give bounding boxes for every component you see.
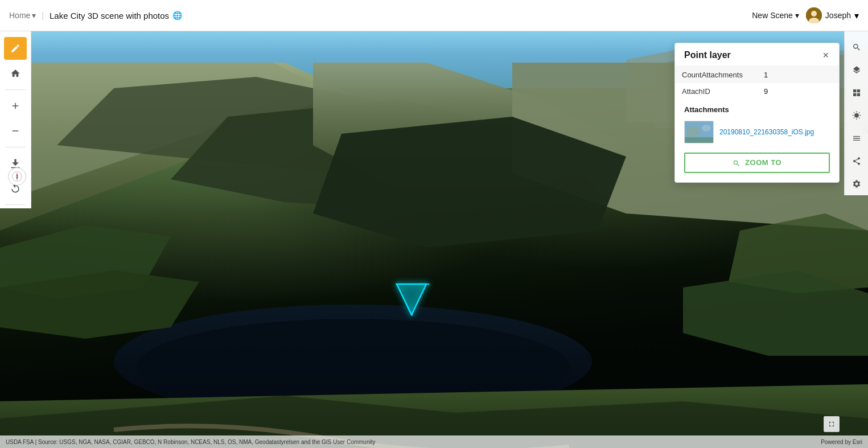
home-icon bbox=[10, 68, 20, 79]
field-value-2: 9 bbox=[757, 83, 839, 100]
popup-attributes-table: CountAttachments 1 AttachID 9 bbox=[675, 67, 839, 100]
svg-point-28 bbox=[702, 125, 711, 131]
attachment-row: 20190810_221630358_iOS.jpg bbox=[675, 117, 839, 150]
right-toolbar bbox=[844, 31, 868, 195]
zoom-to-label: ZOOM TO bbox=[745, 158, 781, 167]
table-row: CountAttachments 1 bbox=[675, 67, 839, 83]
svg-marker-24 bbox=[16, 176, 18, 180]
elevation-button[interactable] bbox=[847, 129, 866, 148]
compass-icon bbox=[11, 171, 23, 182]
thumbnail-image bbox=[685, 121, 714, 143]
toolbar-divider-3 bbox=[5, 204, 26, 205]
toolbar-divider-1 bbox=[5, 89, 26, 90]
user-chevron: ▾ bbox=[854, 10, 859, 21]
fullscreen-button[interactable] bbox=[824, 416, 840, 432]
user-menu[interactable]: Joseph ▾ bbox=[806, 7, 859, 23]
header-separator: | bbox=[42, 11, 44, 20]
home-chevron: ▾ bbox=[32, 11, 36, 20]
zoom-icon bbox=[733, 159, 741, 167]
new-scene-label: New Scene bbox=[752, 11, 793, 20]
field-value-1: 1 bbox=[757, 67, 839, 83]
search-button[interactable] bbox=[847, 38, 866, 57]
home-link[interactable]: Home ▾ bbox=[9, 11, 36, 20]
table-row: AttachID 9 bbox=[675, 83, 839, 100]
marker-svg bbox=[396, 282, 427, 316]
popup-title: Point layer bbox=[684, 50, 731, 60]
attribution-text-right: Powered by Esri bbox=[821, 439, 862, 445]
search-icon bbox=[852, 43, 861, 52]
header: Home ▾ | Lake City 3D scene with photos … bbox=[0, 0, 868, 31]
avatar bbox=[806, 7, 822, 23]
home-label: Home bbox=[9, 11, 30, 20]
popup-close-button[interactable]: × bbox=[821, 50, 830, 60]
zoom-out-button[interactable] bbox=[4, 120, 27, 142]
new-scene-chevron: ▾ bbox=[795, 11, 799, 20]
svg-point-1 bbox=[811, 11, 817, 17]
layers-button[interactable] bbox=[847, 60, 866, 80]
attachments-section-label: Attachments bbox=[675, 100, 839, 117]
share-icon bbox=[852, 157, 861, 166]
daylight-icon bbox=[852, 111, 861, 120]
attribution-bar: USDA FSA | Source: USGS, NGA, NASA, CGIA… bbox=[0, 435, 868, 448]
zoom-to-button[interactable]: ZOOM TO bbox=[684, 153, 830, 173]
zoom-in-icon bbox=[10, 101, 20, 111]
svg-rect-27 bbox=[685, 137, 714, 143]
layers-icon bbox=[852, 65, 861, 75]
new-scene-button[interactable]: New Scene ▾ bbox=[752, 11, 799, 20]
scene-title-text: Lake City 3D scene with photos bbox=[50, 11, 169, 20]
username-label: Joseph bbox=[825, 11, 851, 20]
elevation-icon bbox=[852, 134, 861, 143]
daylight-button[interactable] bbox=[847, 106, 866, 125]
toolbar-divider-2 bbox=[5, 147, 26, 147]
draw-pencil-button[interactable] bbox=[4, 37, 27, 60]
fullscreen-icon bbox=[828, 420, 836, 428]
svg-point-26 bbox=[686, 126, 700, 137]
point-layer-popup: Point layer × CountAttachments 1 AttachI… bbox=[674, 43, 840, 183]
share-button[interactable] bbox=[847, 151, 866, 171]
svg-marker-21 bbox=[397, 284, 426, 315]
header-right: New Scene ▾ Joseph ▾ bbox=[752, 7, 859, 23]
settings-button[interactable] bbox=[847, 174, 866, 194]
globe-icon: 🌐 bbox=[172, 11, 182, 20]
attachment-filename[interactable]: 20190810_221630358_iOS.jpg bbox=[719, 128, 814, 136]
attribution-text-left: USDA FSA | Source: USGS, NGA, NASA, CGIA… bbox=[6, 439, 376, 445]
field-key-1: CountAttachments bbox=[675, 67, 757, 83]
popup-header: Point layer × bbox=[675, 43, 839, 67]
avatar-image bbox=[806, 7, 822, 23]
home-view-button[interactable] bbox=[4, 62, 27, 85]
attachment-thumbnail bbox=[684, 121, 714, 143]
zoom-out-icon bbox=[10, 126, 20, 136]
scene-title: Lake City 3D scene with photos 🌐 bbox=[50, 11, 182, 20]
field-key-2: AttachID bbox=[675, 83, 757, 100]
selected-point-marker[interactable] bbox=[396, 285, 427, 316]
svg-marker-23 bbox=[16, 172, 18, 176]
pencil-icon bbox=[10, 43, 20, 54]
zoom-in-button[interactable] bbox=[4, 94, 27, 117]
thumbnail-svg bbox=[685, 121, 714, 143]
basemap-icon bbox=[852, 88, 861, 97]
basemap-button[interactable] bbox=[847, 83, 866, 102]
header-left: Home ▾ | Lake City 3D scene with photos … bbox=[9, 11, 182, 20]
compass-button[interactable] bbox=[8, 167, 26, 186]
settings-icon bbox=[852, 179, 861, 188]
left-toolbar bbox=[0, 31, 31, 208]
